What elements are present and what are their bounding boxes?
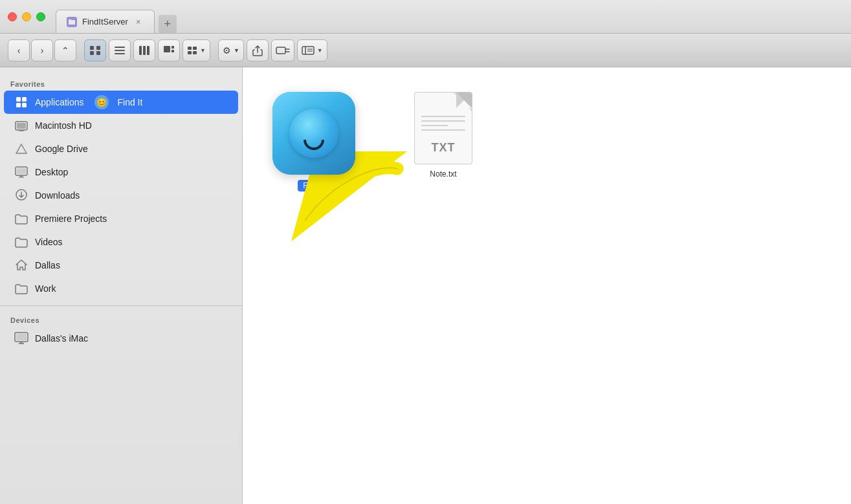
sidebar-item-label: Dallas [35,260,60,270]
sidebar-item-desktop[interactable]: Desktop [4,160,238,184]
action-button[interactable]: ⚙ ▼ [218,39,244,61]
main-area: Favorites Applications 😊 Find It [0,67,851,504]
svg-rect-10 [143,46,146,55]
traffic-lights [8,12,45,21]
txt-line-4 [421,129,465,131]
svg-rect-5 [96,51,100,55]
dallas-imac-icon [14,331,28,345]
up-button[interactable]: ⌃ [54,39,76,61]
minimize-button[interactable] [22,12,31,21]
group-button[interactable]: ▼ [182,39,210,61]
sidebar-item-label: Downloads [35,190,80,201]
tab-title: FindItServer [82,17,128,27]
note-txt-file-item[interactable]: TXT Note.txt [404,87,482,197]
smile-shape [304,140,324,150]
title-bar: FindItServer × + [0,0,851,34]
tag-icon [276,46,290,55]
svg-rect-0 [69,20,75,25]
chevron-down-icon: ▼ [200,47,206,54]
applications-icon [14,95,28,109]
sidebar-item-macintosh-hd[interactable]: Macintosh HD [4,114,238,137]
action-chevron-icon: ▼ [234,47,239,54]
icon-view-icon [89,45,101,56]
sidebar: Favorites Applications 😊 Find It [0,67,243,504]
svg-rect-24 [16,97,21,102]
active-tab[interactable]: FindItServer × [56,10,155,33]
tab-folder-icon [67,17,77,27]
sidebar-item-label: Applications [35,97,84,107]
toolbar: ‹ › ⌃ [0,34,851,67]
svg-rect-26 [16,103,21,107]
svg-rect-9 [139,46,142,55]
share-button[interactable] [247,39,269,61]
sidebar-item-videos[interactable]: Videos [4,230,238,254]
sidebar-item-downloads[interactable]: Downloads [4,184,238,207]
gear-icon: ⚙ [223,45,231,56]
dallas-icon [14,258,28,272]
svg-rect-34 [20,175,23,177]
sidebar-item-dallas[interactable]: Dallas [4,254,238,277]
list-view-button[interactable] [109,39,131,61]
back-button[interactable]: ‹ [8,39,30,61]
svg-rect-6 [115,47,125,48]
svg-rect-18 [193,51,197,54]
sidebar-item-dallas-imac[interactable]: Dallas's iMac [4,327,238,350]
sidebar-divider [0,305,242,306]
find-it-file-item[interactable]: Find It [275,87,353,197]
sidebar-chevron-icon: ▼ [317,47,323,54]
close-button[interactable] [8,12,17,21]
svg-rect-14 [171,50,174,52]
sidebar-item-work[interactable]: Work [4,277,238,300]
macintosh-hd-icon [14,118,28,133]
sidebar-item-label: Premiere Projects [35,214,107,224]
svg-rect-38 [16,334,27,340]
sidebar-toggle-button[interactable]: ▼ [297,39,327,61]
svg-rect-1 [69,19,71,21]
app-face [289,109,338,158]
maximize-button[interactable] [36,12,45,21]
gallery-view-button[interactable] [158,39,180,61]
sidebar-item-applications[interactable]: Applications 😊 Find It [4,91,238,114]
downloads-icon [14,188,28,203]
videos-icon [14,235,28,249]
work-icon [14,281,28,296]
sidebar-icon [302,46,315,55]
sidebar-item-label: Videos [35,237,63,247]
tab-area: FindItServer × + [56,0,177,33]
svg-rect-17 [188,51,192,54]
view-controls: ▼ [84,39,210,61]
txt-file-icon: TXT [414,92,472,164]
svg-rect-8 [115,53,125,54]
column-view-button[interactable] [133,39,155,61]
txt-line-3 [421,125,448,126]
txt-line-1 [421,116,465,117]
svg-rect-11 [147,46,149,55]
sidebar-item-label: Work [35,283,56,294]
svg-rect-33 [17,168,26,174]
nav-buttons: ‹ › ⌃ [8,39,76,61]
forward-button[interactable]: › [31,39,53,61]
new-tab-button[interactable]: + [159,15,177,33]
tab-close-button[interactable]: × [133,17,144,27]
note-txt-label: Note.txt [430,170,456,179]
column-view-icon [138,45,150,56]
txt-fold-shadow [456,93,472,108]
sidebar-item-premiere-projects[interactable]: Premiere Projects [4,207,238,230]
sidebar-item-google-drive[interactable]: Google Drive [4,137,238,160]
sidebar-item-label: Google Drive [35,144,88,154]
action-controls: ⚙ ▼ ▼ [218,39,327,61]
icon-view-button[interactable] [84,39,106,61]
forward-icon: › [41,45,44,56]
group-icon [187,46,197,55]
gallery-view-icon [163,45,175,56]
tag-button[interactable] [271,39,294,61]
svg-rect-13 [171,46,174,49]
up-icon: ⌃ [61,45,69,56]
svg-rect-2 [90,46,94,50]
svg-rect-19 [276,47,285,54]
find-it-badge: 😊 [94,95,109,109]
devices-section-title: Devices [0,311,242,327]
txt-type-label: TXT [432,141,456,155]
svg-rect-25 [22,97,27,102]
svg-rect-31 [19,131,24,131]
